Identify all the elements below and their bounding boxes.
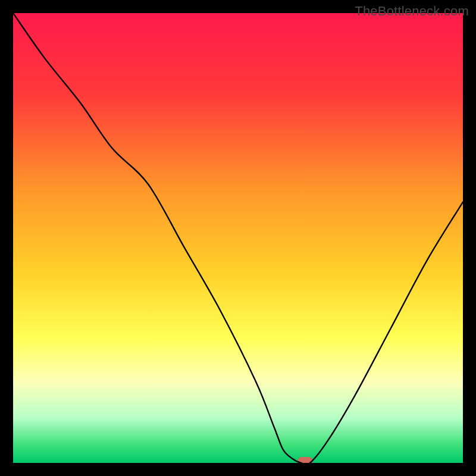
watermark-text: TheBottleneck.com (355, 4, 469, 19)
plot-area (13, 13, 463, 463)
chart-frame: TheBottleneck.com (0, 0, 476, 476)
bottleneck-curve (13, 13, 463, 463)
